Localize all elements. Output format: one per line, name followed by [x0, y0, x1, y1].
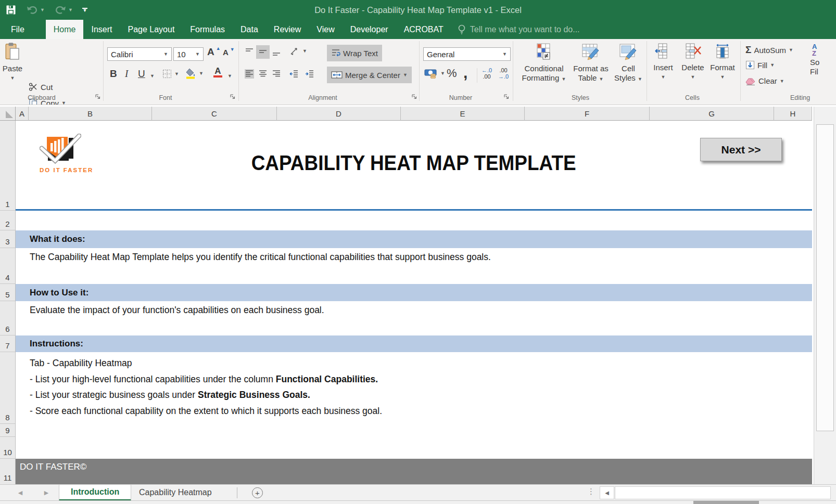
format-cells-dropdown-icon[interactable]: ▼ [720, 72, 725, 82]
tab-review[interactable]: Review [266, 20, 309, 39]
fill-dropdown-icon[interactable]: ▼ [770, 62, 775, 68]
row-header-6[interactable]: 6 [0, 301, 15, 335]
font-dialog-launcher-icon[interactable] [230, 94, 236, 100]
autosum-button[interactable]: Σ AutoSum ▼ [745, 44, 793, 56]
orientation-button[interactable]: ▼ [289, 46, 307, 56]
vertical-scrollbar-thumb[interactable] [816, 124, 834, 431]
sheet-tab-capability-heatmap[interactable]: Capability Heatmap [128, 485, 223, 500]
decrease-font-size-button[interactable]: A▼ [223, 48, 236, 57]
tab-page-layout[interactable]: Page Layout [120, 20, 182, 39]
align-top-button[interactable] [243, 45, 256, 59]
clipboard-dialog-launcher-icon[interactable] [95, 94, 101, 100]
merge-center-button[interactable]: Merge & Center ▼ [327, 67, 412, 83]
format-as-table-dropdown-icon[interactable]: ▼ [599, 76, 604, 82]
align-middle-button[interactable] [256, 45, 270, 59]
undo-button[interactable]: ▼ [26, 5, 45, 15]
row-header-5[interactable]: 5 [0, 284, 15, 301]
align-left-button[interactable] [243, 67, 256, 81]
vertical-scrollbar[interactable] [814, 107, 836, 484]
row-header-8[interactable]: 8 [0, 352, 15, 424]
align-center-button[interactable] [256, 67, 270, 81]
insert-cells-dropdown-icon[interactable]: ▼ [661, 72, 666, 82]
tab-splitter-grip[interactable]: ⋮ [587, 487, 596, 496]
next-button[interactable]: Next >> [700, 138, 782, 161]
sheet-tab-introduction[interactable]: Introduction [59, 485, 131, 501]
select-all-button[interactable] [0, 107, 16, 121]
accounting-dropdown-icon[interactable]: ▼ [440, 71, 445, 76]
tab-home[interactable]: Home [46, 20, 84, 39]
row-header-4[interactable]: 4 [0, 248, 15, 284]
fill-color-dropdown-icon[interactable]: ▼ [199, 71, 204, 76]
font-name-dropdown-icon[interactable]: ▼ [163, 51, 168, 57]
tab-acrobat[interactable]: ACROBAT [396, 20, 451, 39]
comma-style-button[interactable]: , [463, 64, 467, 82]
italic-button[interactable]: I [125, 68, 128, 80]
align-bottom-button[interactable] [270, 45, 283, 59]
column-header-f[interactable]: F [525, 107, 650, 121]
redo-dropdown-icon[interactable]: ▼ [68, 7, 73, 12]
tab-insert[interactable]: Insert [83, 20, 120, 39]
tab-developer[interactable]: Developer [343, 20, 396, 39]
font-name-combobox[interactable]: Calibri ▼ [107, 47, 172, 61]
borders-dropdown-icon[interactable]: ▼ [174, 71, 179, 76]
cell-styles-dropdown-icon[interactable]: ▼ [638, 76, 642, 82]
alignment-dialog-launcher-icon[interactable] [411, 94, 417, 100]
row-header-3[interactable]: 3 [0, 230, 15, 248]
font-size-combobox[interactable]: 10 ▼ [173, 47, 204, 61]
row-header-1[interactable]: 1 [0, 121, 15, 211]
tab-file[interactable]: File [0, 20, 35, 39]
format-as-table-button[interactable]: Format as Table ▼ [572, 43, 610, 84]
cell-styles-button[interactable]: Cell Styles ▼ [612, 43, 644, 84]
row-header-7[interactable]: 7 [0, 335, 15, 352]
align-right-button[interactable] [270, 67, 283, 81]
increase-decimal-button[interactable]: ←.0 .00 [482, 67, 492, 80]
increase-font-size-button[interactable]: A▲ [207, 46, 222, 58]
row-header-9[interactable]: 9 [0, 424, 15, 437]
column-header-d[interactable]: D [277, 107, 401, 121]
delete-cells-button[interactable]: Delete ▼ [679, 43, 706, 82]
column-header-h[interactable]: H [774, 107, 812, 121]
column-header-g[interactable]: G [650, 107, 774, 121]
tab-data[interactable]: Data [233, 20, 266, 39]
fill-color-button[interactable]: ▼ [185, 68, 204, 79]
borders-button[interactable]: ▼ [162, 69, 179, 79]
percent-style-button[interactable]: % [447, 67, 457, 80]
paste-button[interactable]: Paste ▼ [0, 42, 25, 83]
number-format-dropdown-icon[interactable]: ▼ [502, 51, 507, 57]
horizontal-scrollbar-thumb[interactable] [615, 486, 831, 499]
insert-cells-button[interactable]: Insert ▼ [650, 43, 677, 82]
format-cells-button[interactable]: Format ▼ [708, 43, 737, 82]
clear-dropdown-icon[interactable]: ▼ [780, 79, 784, 84]
clear-button[interactable]: Clear ▼ [745, 76, 784, 85]
undo-dropdown-icon[interactable]: ▼ [40, 7, 45, 12]
save-icon[interactable] [5, 4, 17, 16]
bold-button[interactable]: B [110, 68, 117, 80]
tab-formulas[interactable]: Formulas [182, 20, 233, 39]
fill-button[interactable]: Fill ▼ [745, 60, 775, 70]
column-header-c[interactable]: C [152, 107, 277, 121]
paste-dropdown-icon[interactable]: ▼ [10, 73, 15, 83]
orientation-dropdown-icon[interactable]: ▼ [302, 48, 307, 54]
number-format-combobox[interactable]: General ▼ [423, 47, 511, 61]
conditional-formatting-button[interactable]: Conditional Formatting ▼ [518, 43, 570, 84]
cut-button[interactable]: Cut [29, 82, 53, 92]
sort-filter-button[interactable]: A Z So Fil [810, 43, 836, 76]
column-header-b[interactable]: B [29, 107, 152, 121]
redo-button[interactable]: ▼ [54, 5, 73, 15]
increase-indent-button[interactable] [303, 67, 316, 81]
autosum-dropdown-icon[interactable]: ▼ [789, 47, 793, 53]
new-sheet-button[interactable]: + [252, 487, 263, 498]
row-header-11[interactable]: 11 [0, 459, 15, 484]
decrease-decimal-button[interactable]: .00 →.0 [498, 67, 509, 80]
column-header-a[interactable]: A [16, 107, 29, 121]
merge-center-dropdown-icon[interactable]: ▼ [403, 72, 408, 77]
column-header-e[interactable]: E [401, 107, 525, 121]
tell-me-box[interactable]: Tell me what you want to do... [458, 20, 580, 39]
wrap-text-button[interactable]: Wrap Text [327, 45, 382, 61]
customize-qat-icon[interactable]: ▼ [82, 8, 87, 12]
conditional-formatting-dropdown-icon[interactable]: ▼ [561, 76, 566, 82]
row-header-2[interactable]: 2 [0, 211, 15, 230]
sheet-nav-right-icon[interactable]: ▶ [39, 485, 54, 501]
delete-cells-dropdown-icon[interactable]: ▼ [691, 72, 695, 82]
font-size-dropdown-icon[interactable]: ▼ [195, 51, 200, 57]
